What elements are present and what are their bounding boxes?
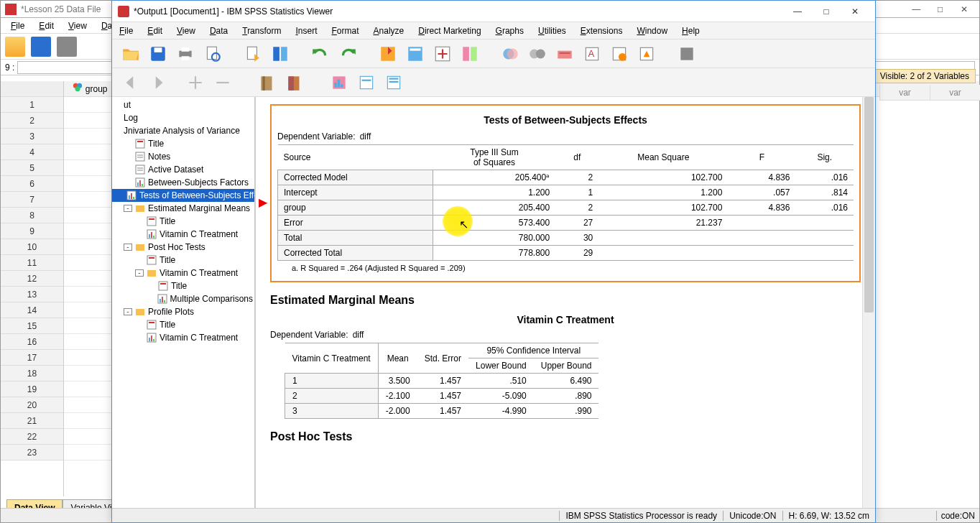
bg-menu-file[interactable]: File (4, 21, 32, 31)
output-content-pane[interactable]: ▶ Tests of Between-Subjects Effects Depe… (256, 97, 875, 508)
book-icon[interactable] (283, 72, 306, 93)
row-header[interactable]: 13 (1, 287, 63, 302)
recall-dialog-icon[interactable] (269, 43, 292, 65)
select-cases-icon[interactable] (458, 43, 481, 65)
bg-maximize-button[interactable]: □ (930, 4, 951, 14)
menu-file[interactable]: File (112, 26, 140, 36)
outline-item[interactable]: Jnivariate Analysis of Variance (112, 124, 254, 137)
outline-item[interactable]: -Post Hoc Tests (112, 241, 254, 254)
text-icon[interactable] (355, 72, 378, 93)
outline-item[interactable]: Multiple Comparisons (112, 292, 254, 305)
row-header[interactable]: 17 (1, 350, 63, 366)
outline-item[interactable]: Notes (112, 150, 254, 163)
viewer-minimize-button[interactable]: — (783, 1, 812, 22)
row-header[interactable]: 16 (1, 334, 63, 350)
outline-item[interactable]: Vitamin C Treatment (112, 331, 254, 344)
menu-graphs[interactable]: Graphs (489, 26, 531, 36)
row-header[interactable]: 8 (1, 208, 63, 223)
viewer-maximize-button[interactable]: □ (812, 1, 841, 22)
outline-item[interactable]: Title (112, 279, 254, 292)
emm-table[interactable]: Vitamin C TreatmentMeanStd. Error95% Con… (285, 343, 598, 419)
menu-window[interactable]: Window (629, 26, 675, 36)
outline-item[interactable]: Title (112, 137, 254, 150)
col-group[interactable]: group (64, 81, 117, 96)
weight-cases-icon[interactable] (553, 43, 576, 65)
goto-case-icon[interactable] (404, 43, 427, 65)
menu-format[interactable]: Format (325, 26, 366, 36)
menu-edit[interactable]: Edit (140, 26, 170, 36)
outline-item[interactable]: Title (112, 318, 254, 331)
chart-icon[interactable] (328, 72, 351, 93)
export-icon[interactable] (241, 43, 264, 65)
expand-icon[interactable] (184, 72, 207, 93)
tree-toggle-icon[interactable]: - (124, 244, 132, 251)
outline-item[interactable]: -Vitamin C Treatment (112, 267, 254, 279)
bg-minimize-button[interactable]: — (905, 4, 927, 14)
print-icon[interactable] (174, 43, 197, 65)
tree-toggle-icon[interactable]: - (124, 205, 132, 212)
menu-view[interactable]: View (170, 26, 203, 36)
menu-help[interactable]: Help (675, 26, 707, 36)
outline-item[interactable]: ut (112, 98, 254, 111)
row-header[interactable]: 22 (1, 429, 63, 445)
outline-item[interactable]: Between-Subjects Factors (112, 176, 254, 189)
row-header[interactable]: 19 (1, 381, 63, 397)
row-header[interactable]: 15 (1, 318, 63, 334)
col-var1[interactable]: var (879, 85, 930, 100)
row-header[interactable]: 4 (1, 144, 63, 160)
goto-data-icon[interactable] (376, 43, 399, 65)
menu-utilities[interactable]: Utilities (531, 26, 573, 36)
show-hide-icon[interactable] (675, 43, 698, 65)
row-header[interactable]: 1 (1, 97, 63, 113)
menu-extensions[interactable]: Extensions (573, 26, 630, 36)
row-header[interactable]: 12 (1, 271, 63, 287)
row-header[interactable]: 6 (1, 176, 63, 192)
outline-item[interactable]: -Profile Plots (112, 305, 254, 318)
menu-transform[interactable]: Transform (235, 26, 288, 36)
outline-item[interactable]: Title (112, 254, 254, 267)
redo-icon[interactable] (336, 43, 359, 65)
value-labels-icon[interactable]: A (581, 43, 604, 65)
outline-item[interactable]: Vitamin C Treatment (112, 228, 254, 241)
menu-insert[interactable]: Insert (288, 26, 324, 36)
open-icon[interactable] (119, 43, 142, 65)
row-header[interactable]: 3 (1, 129, 63, 144)
insert-cases-icon[interactable] (499, 43, 522, 65)
outline-item[interactable]: Tests of Between-Subjects Effec (112, 189, 254, 202)
show-outline-icon[interactable] (256, 72, 279, 93)
menu-analyze[interactable]: Analyze (366, 26, 412, 36)
use-sets-icon[interactable] (608, 43, 631, 65)
tree-toggle-icon[interactable]: - (135, 269, 144, 277)
save-icon[interactable] (31, 37, 51, 57)
viewer-close-button[interactable]: ✕ (841, 1, 869, 22)
row-header[interactable]: 20 (1, 397, 63, 413)
split-file-icon[interactable] (526, 43, 549, 65)
row-header[interactable]: 11 (1, 255, 63, 271)
menu-direct-marketing[interactable]: Direct Marketing (411, 26, 488, 36)
collapse-icon[interactable] (211, 72, 234, 93)
print-preview-icon[interactable] (201, 43, 224, 65)
row-header[interactable]: 5 (1, 160, 63, 176)
heading-icon[interactable] (382, 72, 405, 93)
outline-item[interactable]: Title (112, 215, 254, 228)
save-icon[interactable] (147, 43, 170, 65)
variables-icon[interactable] (431, 43, 454, 65)
row-header[interactable]: 9 (1, 223, 63, 239)
row-header[interactable]: 10 (1, 239, 63, 255)
undo-icon[interactable] (309, 43, 332, 65)
content-scrollbar[interactable] (862, 97, 875, 508)
outline-item[interactable]: -Estimated Marginal Means (112, 202, 254, 215)
row-header[interactable]: 18 (1, 366, 63, 381)
designate-window-icon[interactable] (635, 43, 658, 65)
col-var2[interactable]: var (930, 85, 980, 100)
forward-arrow-icon[interactable] (147, 72, 170, 93)
row-header[interactable]: 14 (1, 302, 63, 318)
bg-close-button[interactable]: ✕ (953, 4, 975, 14)
outline-item[interactable]: Log (112, 111, 254, 124)
bg-menu-view[interactable]: View (61, 21, 94, 31)
row-header[interactable]: 23 (1, 445, 63, 460)
tree-toggle-icon[interactable]: - (124, 308, 132, 315)
menu-data[interactable]: Data (203, 26, 235, 36)
row-header[interactable]: 21 (1, 413, 63, 429)
anova-pivot-table[interactable]: ▶ Tests of Between-Subjects Effects Depe… (270, 104, 861, 282)
